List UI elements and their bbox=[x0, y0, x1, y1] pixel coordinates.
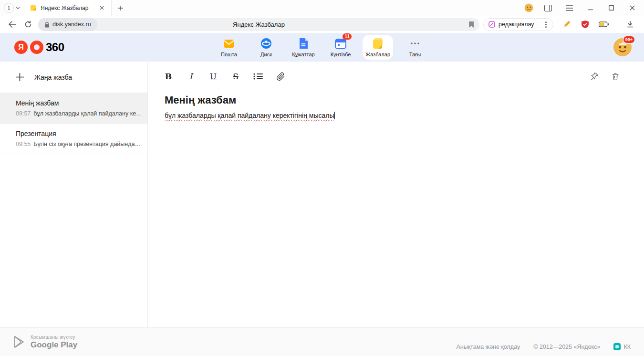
note-list-item-1[interactable]: Менің жазбам 09:57бұл жазбаларды қалай п… bbox=[0, 93, 147, 124]
yandex-logo-icon: Я bbox=[14, 41, 28, 54]
bookmark-icon[interactable] bbox=[468, 21, 479, 28]
language-label: КК bbox=[623, 344, 631, 350]
browser-profile-chip[interactable]: 1 bbox=[4, 3, 20, 13]
chevron-down-icon bbox=[16, 7, 20, 10]
italic-button[interactable]: I bbox=[184, 69, 198, 84]
app-more[interactable]: Тағы bbox=[400, 35, 430, 60]
browser-menu-icon[interactable] bbox=[563, 3, 575, 13]
bold-button[interactable]: B bbox=[161, 69, 176, 84]
battery-extension-icon[interactable] bbox=[598, 19, 610, 30]
mood-avatar-icon[interactable] bbox=[524, 3, 533, 12]
help-link[interactable]: Анықтама және қолдау bbox=[457, 344, 520, 350]
copyright-text: © 2012—2025 «Яндекс» bbox=[533, 344, 600, 350]
app-label: Диск bbox=[260, 52, 272, 57]
downloads-icon[interactable] bbox=[624, 19, 636, 30]
window-minimize-button[interactable] bbox=[584, 3, 596, 13]
editor-toolbar: B I U S bbox=[161, 69, 623, 84]
shield-extension-icon[interactable] bbox=[580, 19, 591, 30]
notes-sidebar: Жаңа жазба Менің жазбам 09:57бұл жазбала… bbox=[0, 62, 148, 327]
back-button[interactable] bbox=[6, 18, 18, 31]
pin-icon bbox=[590, 72, 599, 81]
address-bar[interactable]: disk.yandex.ru Яндекс Жазбалар bbox=[38, 18, 479, 31]
app-label: Күнтізбе bbox=[331, 52, 351, 57]
app-label: Тағы bbox=[409, 52, 421, 57]
pencil-extension-icon[interactable] bbox=[561, 19, 572, 30]
strikethrough-button[interactable]: S bbox=[229, 69, 243, 84]
note-title: Презентация bbox=[16, 130, 141, 137]
disk-icon bbox=[260, 37, 272, 50]
side-panel-icon[interactable] bbox=[542, 3, 554, 13]
app-calendar[interactable]: 11 Күнтізбе bbox=[325, 35, 356, 60]
google-play-link[interactable]: Қосымшаны жүктеу Google Play bbox=[13, 335, 77, 350]
list-icon bbox=[253, 73, 263, 80]
tab-title: Яндекс Жазбалар bbox=[41, 5, 93, 11]
calendar-badge: 11 bbox=[343, 33, 352, 40]
note-preview: Бүгін сіз оқуға презентация дайында… bbox=[33, 141, 141, 147]
new-note-button[interactable]: Жаңа жазба bbox=[0, 62, 147, 93]
bullet-list-button[interactable] bbox=[251, 69, 265, 84]
logo-360-text: 360 bbox=[46, 41, 64, 54]
url-text: disk.yandex.ru bbox=[52, 21, 91, 28]
language-icon bbox=[613, 343, 621, 350]
browser-toolbar: disk.yandex.ru Яндекс Жазбалар редакциял… bbox=[0, 16, 644, 33]
paperclip-icon bbox=[276, 72, 285, 81]
text-cursor bbox=[334, 112, 335, 119]
more-options-icon[interactable] bbox=[541, 20, 551, 29]
edit-mode-icon bbox=[488, 21, 495, 28]
tab-close-icon[interactable] bbox=[96, 3, 107, 13]
divider bbox=[617, 20, 617, 29]
edit-button-label: редакциялау bbox=[499, 21, 534, 28]
notes-favicon-icon bbox=[30, 4, 37, 11]
attach-file-button[interactable] bbox=[273, 69, 288, 84]
pin-note-button[interactable] bbox=[587, 69, 602, 84]
page-title: Яндекс Жазбалар bbox=[38, 21, 479, 28]
app-disk[interactable]: Диск bbox=[251, 35, 281, 60]
window-maximize-button[interactable] bbox=[605, 3, 617, 13]
new-tab-button[interactable] bbox=[115, 3, 126, 13]
plus-icon bbox=[16, 73, 24, 81]
note-title: Менің жазбам bbox=[16, 99, 141, 107]
page-footer: Қосымшаны жүктеу Google Play Анықтама жә… bbox=[0, 327, 644, 356]
more-apps-icon bbox=[411, 37, 419, 50]
app-mail[interactable]: Пошта bbox=[214, 35, 244, 60]
window-close-button[interactable] bbox=[626, 3, 638, 13]
delete-note-button[interactable] bbox=[608, 69, 623, 84]
lock-icon bbox=[44, 21, 50, 28]
note-editor-body[interactable]: бұл жазбаларды қалай пайдалану керектігі… bbox=[165, 112, 623, 119]
app-label: Құжаттар bbox=[292, 52, 314, 57]
store-name: Google Play bbox=[31, 340, 77, 350]
browser-tab[interactable]: Яндекс Жазбалар bbox=[25, 0, 112, 16]
yandex360-logo[interactable]: Я 360 bbox=[14, 41, 64, 54]
app-switcher: Пошта Диск Құжаттар 11 Күнтізбе Жазбал bbox=[214, 35, 430, 60]
refresh-button[interactable] bbox=[22, 18, 34, 31]
note-list-item-2[interactable]: Презентация 09:55Бүгін сіз оқуға презент… bbox=[0, 124, 147, 154]
documents-icon bbox=[297, 37, 310, 50]
note-editor: B I U S bbox=[148, 62, 644, 327]
new-note-label: Жаңа жазба bbox=[34, 73, 72, 81]
note-time: 09:57 bbox=[16, 110, 31, 117]
browser-tab-bar: 1 Яндекс Жазбалар bbox=[0, 0, 644, 16]
app-notes[interactable]: Жазбалар bbox=[363, 35, 393, 60]
note-time: 09:55 bbox=[16, 141, 31, 147]
app-label: Жазбалар bbox=[365, 52, 390, 57]
ring-logo-icon bbox=[30, 41, 43, 54]
mail-icon bbox=[223, 37, 235, 50]
app-label: Пошта bbox=[221, 52, 237, 57]
divider bbox=[538, 21, 538, 28]
note-editor-title[interactable]: Менің жазбам bbox=[165, 94, 623, 106]
site-chip[interactable]: disk.yandex.ru bbox=[38, 18, 97, 31]
notes-icon bbox=[372, 37, 384, 50]
language-switcher[interactable]: КК bbox=[613, 343, 631, 350]
user-avatar[interactable]: 99+ bbox=[613, 38, 632, 56]
underline-button[interactable]: U bbox=[206, 69, 220, 84]
google-play-icon bbox=[13, 335, 25, 348]
note-body-text: бұл жазбаларды қалай пайдалану керектігі… bbox=[165, 112, 334, 119]
edit-button[interactable]: редакциялау bbox=[483, 18, 553, 31]
trash-icon bbox=[611, 72, 620, 81]
yandex360-header: Я 360 Пошта Диск Құжаттар 11 bbox=[0, 33, 644, 62]
notifications-badge: 99+ bbox=[623, 35, 635, 44]
app-docs[interactable]: Құжаттар bbox=[288, 35, 319, 60]
store-caption: Қосымшаны жүктеу bbox=[31, 335, 77, 340]
note-preview: бұл жазбаларды қалай пайдалану ке… bbox=[33, 110, 141, 117]
profile-badge: 1 bbox=[4, 3, 14, 13]
